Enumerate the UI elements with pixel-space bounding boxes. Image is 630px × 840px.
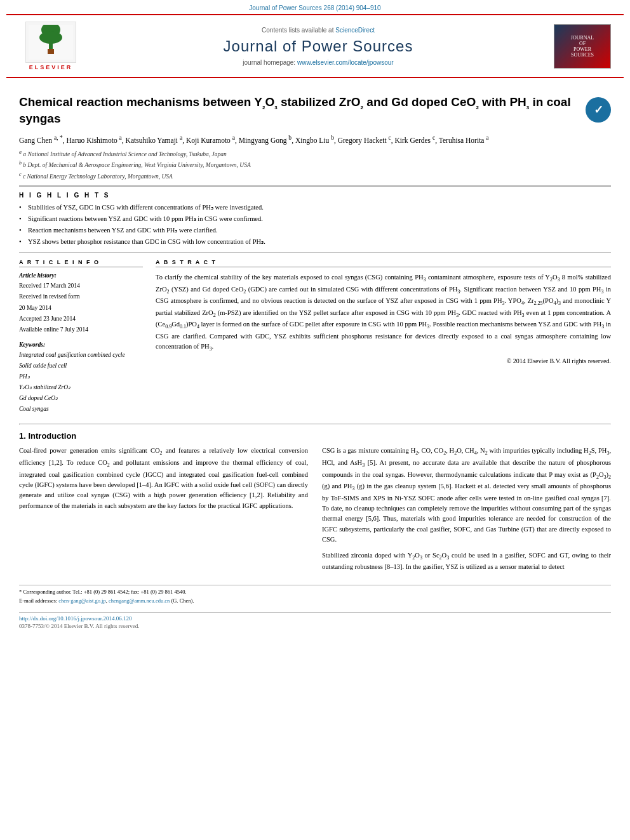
highlights-title: H I G H L I G H T S bbox=[19, 192, 611, 199]
journal-header-center: Contents lists available at ScienceDirec… bbox=[83, 27, 554, 66]
article-dates: Received 17 March 2014 Received in revis… bbox=[19, 281, 143, 335]
sciencedirect-link[interactable]: ScienceDirect bbox=[335, 27, 375, 34]
email-link1[interactable]: chen-gang@aist.go.jp bbox=[58, 597, 105, 604]
abstract-header: A B S T R A C T bbox=[156, 259, 611, 267]
section-title: Introduction bbox=[28, 431, 76, 441]
intro-col2-text2: Stabilized zirconia doped with Y2O3 or S… bbox=[322, 550, 611, 573]
intro-col2-text: CSG is a gas mixture containing H2, CO, … bbox=[322, 446, 611, 545]
issn-text: 0378-7753/© 2014 Elsevier B.V. All right… bbox=[19, 623, 611, 629]
article-title: Chemical reaction mechanisms between Y2O… bbox=[19, 95, 573, 127]
section-number: 1. bbox=[19, 431, 26, 441]
keywords-section: Keywords: Integrated coal gasification c… bbox=[19, 342, 143, 415]
crossmark-logo: ✓ bbox=[586, 97, 611, 123]
homepage-label: journal homepage: bbox=[243, 59, 295, 66]
email-link2[interactable]: chengang@amm.neu.edu.cn bbox=[109, 597, 170, 604]
intro-col1: Coal-fired power generation emits signif… bbox=[19, 446, 308, 572]
highlight-item: • YSZ shows better phosphor resistance t… bbox=[19, 236, 611, 248]
article-info-col: A R T I C L E I N F O Article history: R… bbox=[19, 259, 143, 415]
highlights-section: H I G H L I G H T S • Stabilities of YSZ… bbox=[19, 192, 611, 247]
footnote-email: E-mail addresses: chen-gang@aist.go.jp, … bbox=[19, 597, 611, 606]
elsevier-text: ELSEVIER bbox=[19, 64, 83, 70]
elsevier-logo: ELSEVIER bbox=[19, 22, 83, 70]
highlights-list: • Stabilities of YSZ, GDC in CSG with di… bbox=[19, 202, 611, 247]
authors-line: Gang Chen a, *, Haruo Kishimoto a, Katsu… bbox=[19, 133, 611, 146]
footnote-corresponding: * Corresponding author. Tel.: +81 (0) 29… bbox=[19, 588, 611, 597]
page-footer: http://dx.doi.org/10.1016/j.jpowsour.201… bbox=[19, 612, 611, 629]
journal-title-large: Journal of Power Sources bbox=[83, 37, 554, 55]
keywords-label: Keywords: bbox=[19, 342, 143, 348]
homepage-url[interactable]: www.elsevier.com/locate/jpowsour bbox=[297, 59, 394, 66]
journal-ref: Journal of Power Sources 268 (2014) 904–… bbox=[249, 4, 380, 11]
highlight-item: • Reaction mechanisms between YSZ and GD… bbox=[19, 225, 611, 236]
intro-col2: CSG is a gas mixture containing H2, CO, … bbox=[322, 446, 611, 572]
journal-logo-right: JOURNALOFPOWERSOURCES bbox=[554, 24, 611, 69]
intro-col1-text: Coal-fired power generation emits signif… bbox=[19, 446, 308, 511]
introduction-section: 1. Introduction Coal-fired power generat… bbox=[19, 431, 611, 572]
highlight-item: • Stabilities of YSZ, GDC in CSG with di… bbox=[19, 202, 611, 213]
abstract-text: To clarify the chemical stability of the… bbox=[156, 272, 611, 353]
contents-label: Contents lists available at bbox=[262, 27, 333, 34]
affiliations: a a National Institute of Advanced Indus… bbox=[19, 149, 611, 182]
highlight-item: • Significant reactions between YSZ and … bbox=[19, 213, 611, 225]
svg-point-3 bbox=[39, 31, 62, 44]
abstract-col: A B S T R A C T To clarify the chemical … bbox=[156, 259, 611, 415]
article-history-label: Article history: bbox=[19, 272, 143, 279]
copyright-line: © 2014 Elsevier B.V. All rights reserved… bbox=[156, 357, 611, 364]
doi-link[interactable]: http://dx.doi.org/10.1016/j.jpowsour.201… bbox=[19, 615, 611, 622]
article-info-header: A R T I C L E I N F O bbox=[19, 259, 143, 267]
keywords-list: Integrated coal gasification combined cy… bbox=[19, 350, 143, 415]
svg-rect-4 bbox=[48, 49, 54, 54]
footnotes-section: * Corresponding author. Tel.: +81 (0) 29… bbox=[19, 585, 611, 605]
